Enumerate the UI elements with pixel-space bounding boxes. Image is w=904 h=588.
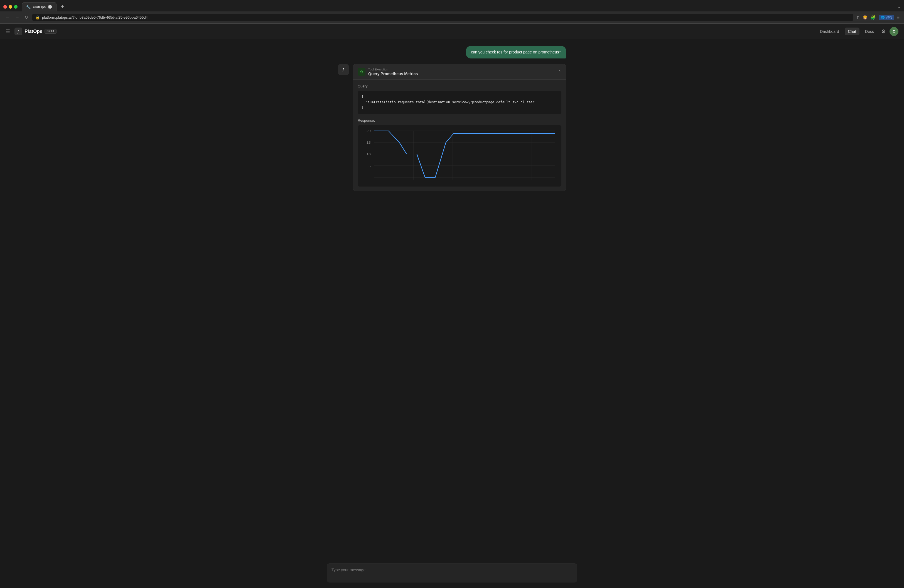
tab-dropdown-button[interactable]: ⌄: [897, 4, 901, 9]
vpn-label: VPN: [886, 16, 892, 19]
query-code-block: [ "sum(rate(istio_requests_total{destina…: [358, 91, 561, 114]
tab-favicon: 🔧: [26, 5, 31, 9]
minimize-window-dot[interactable]: [9, 5, 12, 9]
user-avatar[interactable]: C: [890, 27, 898, 36]
tool-info: Tool Execution Query Prometheus Metrics: [368, 68, 555, 76]
window-controls: [3, 5, 17, 9]
tool-execution-card: ⚙ Tool Execution Query Prometheus Metric…: [353, 64, 566, 191]
svg-text:20: 20: [367, 129, 371, 133]
active-browser-tab[interactable]: 🔧 PlatOps ✕: [22, 2, 57, 11]
brave-shield-button[interactable]: 🦁: [863, 15, 868, 20]
reload-button[interactable]: ↻: [24, 14, 29, 21]
maximize-window-dot[interactable]: [14, 5, 17, 9]
tool-name: Query Prometheus Metrics: [368, 71, 555, 76]
vpn-badge[interactable]: 🌐 VPN: [879, 15, 895, 20]
back-button[interactable]: ←: [5, 14, 11, 21]
close-window-dot[interactable]: [3, 5, 7, 9]
hamburger-menu-button[interactable]: ☰: [6, 28, 10, 35]
message-input[interactable]: [332, 567, 572, 579]
chat-nav-button[interactable]: Chat: [845, 28, 860, 35]
tab-close-button[interactable]: ✕: [48, 5, 52, 9]
browser-tab-bar: 🔧 PlatOps ✕ + ⌄: [0, 0, 904, 11]
settings-button[interactable]: ⚙: [880, 27, 887, 36]
tool-collapse-button[interactable]: ⌃: [558, 70, 561, 74]
svg-text:10: 10: [367, 153, 371, 156]
main-content: can you check rqs for product page on pr…: [0, 39, 904, 588]
tool-gear-icon: ⚙: [358, 68, 365, 76]
app-header: ☰ ƒ PlatOps BETA Dashboard Chat Docs ⚙ C: [0, 24, 904, 39]
lock-icon: 🔒: [35, 15, 40, 19]
dashboard-nav-button[interactable]: Dashboard: [817, 28, 842, 35]
message-input-area: [0, 559, 904, 588]
browser-chrome: 🔧 PlatOps ✕ + ⌄ ← → ↻ 🔒 platform.platops…: [0, 0, 904, 24]
message-input-wrapper: [327, 564, 577, 582]
address-bar: ← → ↻ 🔒 platform.platops.ai/?id=b8a09de5…: [0, 11, 904, 24]
query-section-label: Query:: [358, 84, 561, 88]
tool-card-header: ⚙ Tool Execution Query Prometheus Metric…: [353, 64, 566, 80]
address-input[interactable]: 🔒 platform.platops.ai/?id=b8a09de5-76db-…: [32, 14, 853, 21]
user-message-bubble: can you check rqs for product page on pr…: [466, 46, 566, 58]
header-nav: Dashboard Chat Docs ⚙ C: [817, 27, 898, 36]
docs-nav-button[interactable]: Docs: [862, 28, 877, 35]
browser-menu-button[interactable]: ≡: [897, 15, 899, 20]
chart-svg: 20 15 10 5: [360, 128, 559, 184]
svg-text:15: 15: [367, 141, 371, 144]
browser-actions: ⬆ 🦁 🧩 🌐 VPN ≡: [856, 15, 899, 20]
ai-avatar-icon: ƒ: [338, 64, 349, 75]
new-tab-button[interactable]: +: [59, 3, 66, 11]
app-name: PlatOps: [24, 28, 42, 34]
tab-title: PlatOps: [33, 5, 46, 9]
forward-button[interactable]: →: [14, 14, 21, 21]
app-logo: ƒ PlatOps BETA: [14, 28, 57, 35]
vpn-icon: 🌐: [881, 16, 885, 19]
response-chart: 20 15 10 5: [358, 125, 561, 187]
beta-badge: BETA: [44, 29, 56, 34]
share-button[interactable]: ⬆: [856, 15, 860, 20]
svg-text:5: 5: [368, 164, 371, 168]
url-text: platform.platops.ai/?id=b8a09de5-76db-46…: [42, 15, 850, 19]
chat-area: can you check rqs for product page on pr…: [327, 39, 577, 559]
response-section-label: Response:: [358, 119, 561, 122]
extensions-button[interactable]: 🧩: [871, 15, 876, 20]
ai-response: ƒ ⚙ Tool Execution Query Prometheus Metr…: [338, 64, 566, 191]
tool-card-body: Query: [ "sum(rate(istio_requests_total{…: [353, 80, 566, 191]
tool-execution-label: Tool Execution: [368, 68, 555, 71]
logo-icon: ƒ: [14, 28, 22, 35]
